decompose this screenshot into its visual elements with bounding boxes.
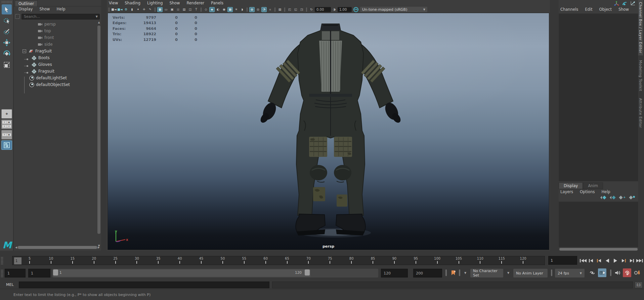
image-plane-icon[interactable]: ✦ (135, 7, 141, 12)
select-tool-button[interactable] (2, 4, 12, 14)
horizontal-scroll-thumb[interactable] (18, 246, 97, 249)
collapse-expander-icon[interactable]: − (23, 49, 26, 53)
search-dropdown-icon[interactable]: ▼ (96, 15, 99, 18)
outliner-menu-help[interactable]: Help (56, 7, 65, 11)
camera-icon[interactable]: ■◄ (111, 7, 117, 12)
resolution-gate-icon[interactable]: ▣ (169, 7, 175, 12)
animation-preferences-button[interactable] (633, 268, 641, 277)
create-empty-layer-icon[interactable]: + (619, 195, 626, 200)
channelbox-menu-channels[interactable]: Channels (560, 7, 578, 12)
xray-joints-icon[interactable]: ◱ (293, 7, 298, 12)
outliner-item-fragsuit-group[interactable]: − FragSuit (14, 48, 98, 54)
channelbox-menu-edit[interactable]: Edit (585, 7, 592, 12)
safe-action-icon[interactable]: ◫ (187, 7, 193, 12)
scroll-right-arrow[interactable]: ▶ (98, 246, 100, 249)
rotate-tool-button[interactable] (2, 49, 12, 59)
color-management-toggle[interactable]: ON (353, 7, 358, 12)
safe-title-icon[interactable]: T (194, 7, 199, 12)
xray-icon[interactable]: ◰ (287, 7, 292, 12)
axis-tripod-icon[interactable] (614, 1, 619, 6)
move-tool-button[interactable] (2, 38, 12, 48)
viewport-menu-view[interactable]: View (109, 1, 118, 5)
gate-mask-icon[interactable]: ▩ (175, 7, 181, 12)
go-to-end-button[interactable] (636, 257, 643, 265)
anti-alias-icon[interactable]: ◔ (261, 7, 267, 12)
separator[interactable] (109, 7, 110, 12)
viewport-menu-lighting[interactable]: Lighting (147, 1, 163, 5)
viewport-menu-shading[interactable]: Shading (125, 1, 140, 5)
layers-menu-layers[interactable]: Layers (560, 189, 573, 194)
tonemap-dropdown[interactable]: Un-tone-mapped (sRGB) ▼ (360, 7, 427, 12)
splitter-handle[interactable] (551, 269, 552, 276)
move-layer-up-icon[interactable] (600, 195, 607, 200)
anim-layer-menu-arrow[interactable]: ▼ (507, 271, 509, 274)
bookmark-add-button[interactable]: + (449, 268, 457, 277)
outliner-item-top[interactable]: top (14, 28, 98, 34)
splitter-handle[interactable] (459, 269, 460, 276)
motion-blur-icon[interactable]: ◎ (255, 7, 261, 12)
layers-menu-help[interactable]: Help (601, 189, 610, 194)
outliner-menu-show[interactable]: Show (39, 7, 50, 11)
playback-end-field[interactable] (381, 269, 408, 277)
step-back-frame-button[interactable] (587, 257, 595, 265)
mel-command-input[interactable] (19, 282, 269, 288)
outliner-item-defaultobjectset[interactable]: defaultObjectSet (14, 81, 98, 88)
depth-of-field-icon[interactable]: ▪ (267, 7, 273, 12)
gamma-field[interactable]: 1.00 (338, 7, 352, 12)
range-slider[interactable]: 1 120 (52, 269, 378, 277)
character-set-menu-arrow[interactable]: ▼ (464, 271, 466, 274)
play-backwards-button[interactable] (603, 257, 611, 265)
playback-start-field[interactable] (28, 269, 50, 277)
scroll-left-arrow[interactable]: ◀ (15, 246, 17, 249)
toolbox-grip[interactable] (1, 1, 12, 3)
occlusion-icon[interactable]: ◍ (249, 7, 255, 12)
channelbox-menu-object[interactable]: Object (599, 7, 612, 12)
viewport-canvas[interactable]: Verts:979700 Edges:1941300 Faces:966400 … (108, 13, 549, 250)
playblast-button[interactable] (598, 268, 606, 277)
viewport-menu-show[interactable]: Show (170, 1, 180, 5)
range-slider-grip[interactable] (1, 269, 3, 277)
field-chart-icon[interactable]: ▤ (181, 7, 187, 12)
separator[interactable] (284, 7, 285, 12)
graph-trend-icon[interactable] (630, 1, 636, 6)
exposure-icon[interactable]: ↻ (309, 7, 314, 12)
outliner-item-defaultlightset[interactable]: defaultLightSet (14, 75, 98, 81)
exposure-field[interactable]: 0.00 (315, 7, 331, 12)
film-gate-icon[interactable]: ▭ (163, 7, 169, 12)
gamma-icon[interactable]: ◑ (332, 7, 337, 12)
textured-icon[interactable]: ▩ (227, 7, 233, 12)
viewport-menu-renderer[interactable]: Renderer (187, 1, 205, 5)
scroll-up-arrow[interactable]: ▲ (97, 21, 100, 24)
grid-icon[interactable]: ▦ (157, 7, 163, 12)
shaded-icon[interactable]: ◐ (215, 7, 221, 12)
separator[interactable] (155, 7, 156, 12)
snapshot-icon[interactable]: ◳ (299, 7, 304, 12)
arc-tool-icon[interactable] (622, 1, 627, 6)
tab-display[interactable]: Display (559, 182, 583, 189)
tab-anim[interactable]: Anim (583, 182, 603, 189)
scale-tool-button[interactable] (2, 60, 12, 70)
anim-layer-dropdown[interactable]: No Anim Layer (513, 269, 548, 277)
range-start-handle[interactable] (53, 269, 58, 275)
separator[interactable] (247, 7, 248, 12)
layout-four-view-button[interactable]: +◆++ (1, 120, 12, 129)
create-layer-from-selected-icon[interactable] (629, 195, 636, 200)
layout-outliner-persp-button[interactable] (1, 140, 12, 150)
current-time-field[interactable] (548, 256, 577, 265)
isolate-select-icon[interactable]: ◇ (203, 7, 209, 12)
selection-highlight-icon[interactable]: ▧ (277, 7, 283, 12)
step-forward-key-button[interactable] (619, 257, 627, 265)
splitter-handle[interactable] (610, 269, 611, 276)
current-frame-marker[interactable]: 1 (14, 257, 22, 264)
search-input[interactable] (22, 14, 96, 19)
go-to-start-button[interactable] (579, 257, 587, 265)
outliner-item-fragsuit-mesh[interactable]: Fragsuit (14, 68, 98, 75)
tab-channel-box-layer-editor[interactable]: Channel Box / Layer Editor (638, 0, 643, 55)
outliner-item-front[interactable]: front (14, 34, 98, 41)
outliner-item-persp[interactable]: persp (14, 21, 98, 28)
fps-dropdown[interactable]: 24 fps ▼ (555, 269, 585, 277)
layout-single-pane-button[interactable]: ❖ (1, 109, 12, 119)
paint-select-tool-button[interactable] (2, 27, 12, 37)
range-end-handle[interactable] (305, 269, 310, 275)
playback-loop-button[interactable] (588, 268, 596, 277)
